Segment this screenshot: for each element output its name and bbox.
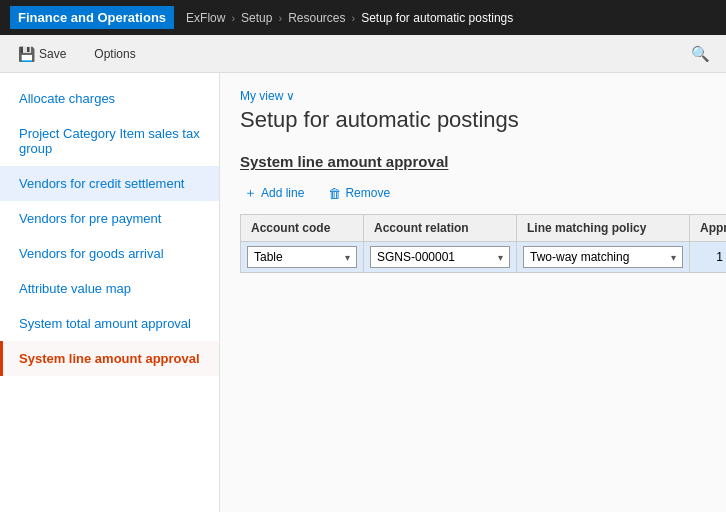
account-code-value: Table [254, 250, 283, 264]
cell-account-relation[interactable]: SGNS-000001 ▾ [364, 242, 517, 273]
breadcrumb-item-3[interactable]: Resources [288, 11, 345, 25]
cell-account-code[interactable]: Table ▾ [241, 242, 364, 273]
line-matching-value: Two-way matching [530, 250, 629, 264]
account-code-select[interactable]: Table ▾ [247, 246, 357, 268]
add-line-button[interactable]: ＋ Add line [240, 182, 308, 204]
breadcrumb-item-2[interactable]: Setup [241, 11, 272, 25]
remove-icon: 🗑 [328, 186, 341, 201]
line-matching-chevron: ▾ [671, 252, 676, 263]
approval-amount-value: 1 500,00 [716, 250, 726, 264]
sidebar-item-vendors-credit[interactable]: Vendors for credit settlement [0, 166, 219, 201]
save-icon: 💾 [18, 46, 35, 62]
sidebar-item-attribute-value[interactable]: Attribute value map [0, 271, 219, 306]
my-view[interactable]: My view ∨ [240, 89, 706, 103]
table-row: Table ▾ SGNS-000001 ▾ Two-way matching [241, 242, 727, 273]
account-relation-chevron: ▾ [498, 252, 503, 263]
options-button[interactable]: Options [88, 43, 141, 65]
add-line-label: Add line [261, 186, 304, 200]
content-area: My view ∨ Setup for automatic postings S… [220, 73, 726, 512]
sidebar: Allocate charges Project Category Item s… [0, 73, 220, 512]
col-approval-amount: Approval amou... [690, 215, 727, 242]
account-code-chevron: ▾ [345, 252, 350, 263]
save-button[interactable]: 💾 Save [12, 42, 72, 66]
search-icon: 🔍 [691, 45, 710, 62]
sidebar-item-project-category[interactable]: Project Category Item sales tax group [0, 116, 219, 166]
top-bar: Finance and Operations ExFlow › Setup › … [0, 0, 726, 35]
sidebar-item-vendors-goods[interactable]: Vendors for goods arrival [0, 236, 219, 271]
section-title: System line amount approval [240, 153, 706, 170]
action-bar: 💾 Save Options 🔍 [0, 35, 726, 73]
account-relation-select[interactable]: SGNS-000001 ▾ [370, 246, 510, 268]
my-view-label: My view [240, 89, 283, 103]
sidebar-item-system-total[interactable]: System total amount approval [0, 306, 219, 341]
breadcrumb-sep-1: › [231, 12, 235, 24]
sidebar-item-system-line[interactable]: System line amount approval [0, 341, 219, 376]
line-matching-select[interactable]: Two-way matching ▾ [523, 246, 683, 268]
options-label: Options [94, 47, 135, 61]
sidebar-item-vendors-prepayment[interactable]: Vendors for pre payment [0, 201, 219, 236]
col-account-relation: Account relation [364, 215, 517, 242]
section-toolbar: ＋ Add line 🗑 Remove [240, 182, 706, 204]
breadcrumb-item-1[interactable]: ExFlow [186, 11, 225, 25]
save-label: Save [39, 47, 66, 61]
cell-approval-amount: 1 500,00 [690, 242, 727, 273]
data-table: Account code Account relation Line match… [240, 214, 726, 273]
col-line-matching: Line matching policy [517, 215, 690, 242]
cell-line-matching[interactable]: Two-way matching ▾ [517, 242, 690, 273]
breadcrumb-sep-3: › [352, 12, 356, 24]
breadcrumb-sep-2: › [278, 12, 282, 24]
remove-button[interactable]: 🗑 Remove [324, 184, 394, 203]
page-title: Setup for automatic postings [240, 107, 706, 133]
breadcrumb-item-4: Setup for automatic postings [361, 11, 513, 25]
breadcrumb: ExFlow › Setup › Resources › Setup for a… [186, 11, 513, 25]
account-relation-value: SGNS-000001 [377, 250, 455, 264]
main-content: Allocate charges Project Category Item s… [0, 73, 726, 512]
add-icon: ＋ [244, 184, 257, 202]
search-button[interactable]: 🔍 [687, 41, 714, 67]
sidebar-item-allocate-charges[interactable]: Allocate charges [0, 81, 219, 116]
col-account-code: Account code [241, 215, 364, 242]
chevron-down-icon: ∨ [286, 89, 295, 103]
remove-label: Remove [345, 186, 390, 200]
app-brand: Finance and Operations [10, 6, 174, 29]
